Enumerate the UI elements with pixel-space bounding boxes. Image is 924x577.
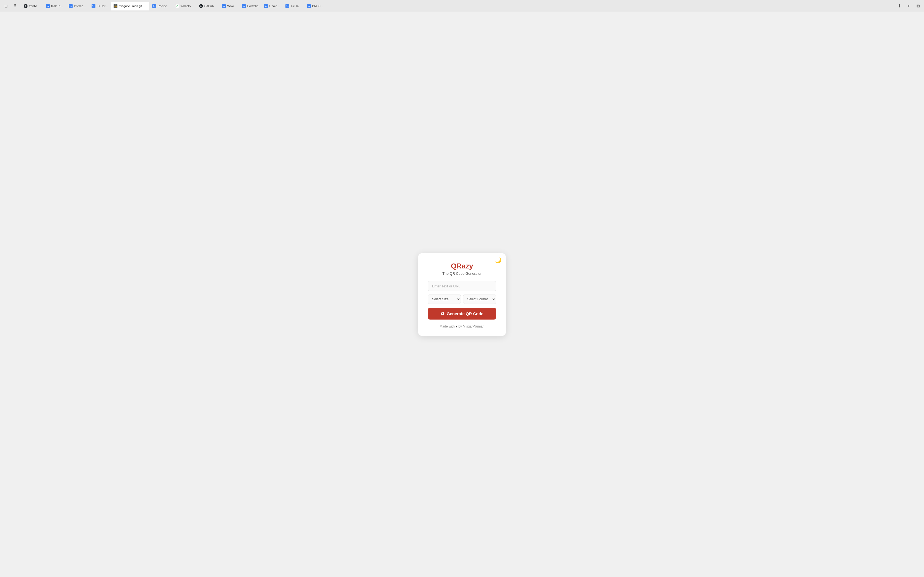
selects-row: Select Size 100x100 200x200 300x300 400x… <box>428 295 496 304</box>
format-select[interactable]: Select Format PNG JPEG SVG <box>463 295 496 304</box>
footer: Made with ♥ by Misgar-Numan <box>428 324 496 328</box>
tab-ubaid[interactable]: G Ubaid... <box>261 2 283 10</box>
tab-favicon-recipe: G <box>152 4 156 8</box>
tab-github[interactable]: G GitHub... <box>196 2 219 10</box>
tab-label-misgar: misgar-numan.github.io <box>119 5 147 8</box>
tab-label-id: ID Car... <box>97 5 108 8</box>
tab-task[interactable]: G taskEh... <box>43 2 66 10</box>
tab-label-recipe: Recipe... <box>158 5 170 8</box>
tab-interact[interactable]: G Interac... <box>66 2 89 10</box>
tab-label-task: taskEh... <box>51 5 63 8</box>
tab-label-ubaid: Ubaid... <box>269 5 279 8</box>
tab-label-github: GitHub... <box>204 5 216 8</box>
tab-bar-controls: ⊡ ⠿ <box>2 2 19 10</box>
dark-mode-toggle[interactable]: 🌙 <box>495 258 502 263</box>
tab-tic-tac[interactable]: G Tic Ta... <box>283 2 304 10</box>
toolbar-actions: ⬆ + ⧉ <box>895 2 922 10</box>
tab-bmi[interactable]: G BMI C... <box>304 2 326 10</box>
tab-favicon-ubaid: G <box>264 4 268 8</box>
tab-favicon-interact: G <box>69 4 73 8</box>
tab-favicon-portfolio: G <box>242 4 246 8</box>
new-tab-button[interactable]: + <box>905 2 913 10</box>
share-button[interactable]: ⬆ <box>895 2 903 10</box>
tab-favicon-misgar: 🔒 <box>113 4 118 8</box>
tab-favicon-id: G <box>92 4 95 8</box>
tab-favicon-wow: G <box>222 4 226 8</box>
tab-label-whack: Whack-... <box>180 5 193 8</box>
app-subtitle: The QR Code Generator <box>428 271 496 276</box>
tab-front-e[interactable]: f front-e... <box>21 2 43 10</box>
moon-icon: 🌙 <box>495 257 502 263</box>
tab-strip: f front-e... G taskEh... G Interac... G … <box>21 2 893 10</box>
heart-icon: ♥ <box>456 324 457 328</box>
footer-made-with: Made with <box>439 324 455 328</box>
tab-label-portfolio: Portfolio <box>247 5 258 8</box>
tab-label-interact: Interac... <box>74 5 86 8</box>
generate-icon: ♻ <box>441 311 444 316</box>
tab-whack[interactable]: ✓ Whack-... <box>173 2 196 10</box>
tab-label-bmi: BMI C... <box>312 5 323 8</box>
tab-label-tic: Tic Ta... <box>291 5 301 8</box>
app-title: QRazy <box>428 262 496 270</box>
tab-favicon-tic: G <box>286 4 289 8</box>
tab-favicon-github: G <box>199 4 203 8</box>
tab-overview-button[interactable]: ⧉ <box>914 2 922 10</box>
tab-label-wow: Wow... <box>227 5 236 8</box>
tab-favicon-whack: ✓ <box>175 4 179 8</box>
tab-grid-button[interactable]: ⠿ <box>11 2 19 10</box>
tab-favicon-front: f <box>24 4 27 8</box>
tab-label-front: front-e... <box>29 5 40 8</box>
url-text-input[interactable] <box>428 281 496 291</box>
tab-id-card[interactable]: G ID Car... <box>89 2 111 10</box>
generate-qr-button[interactable]: ♻ Generate QR Code <box>428 308 496 319</box>
tab-favicon-task: G <box>46 4 50 8</box>
tab-favicon-bmi: G <box>307 4 311 8</box>
tab-wow[interactable]: G Wow... <box>219 2 239 10</box>
tab-portfolio[interactable]: G Portfolio <box>239 2 261 10</box>
tab-recipe[interactable]: G Recipe... <box>150 2 172 10</box>
generate-button-label: Generate QR Code <box>447 311 483 316</box>
tab-misgar[interactable]: 🔒 misgar-numan.github.io <box>111 2 149 10</box>
footer-author: by Misgar-Numan <box>459 324 485 328</box>
page-content: 🌙 QRazy The QR Code Generator Select Siz… <box>0 12 924 577</box>
browser-chrome: ⊡ ⠿ f front-e... G taskEh... G Interac..… <box>0 0 924 12</box>
qr-card: 🌙 QRazy The QR Code Generator Select Siz… <box>418 253 506 336</box>
size-select[interactable]: Select Size 100x100 200x200 300x300 400x… <box>428 295 461 304</box>
sidebar-toggle-button[interactable]: ⊡ <box>2 2 10 10</box>
